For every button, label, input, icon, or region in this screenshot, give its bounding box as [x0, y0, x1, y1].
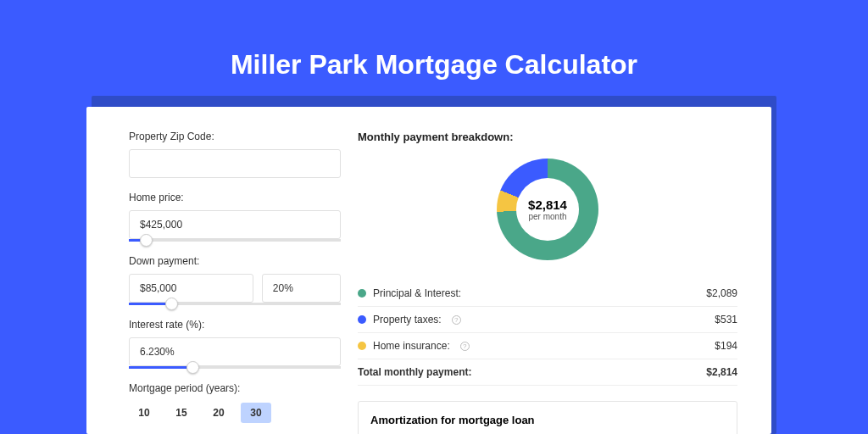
- breakdown-column: Monthly payment breakdown: $2,814 per mo…: [341, 131, 737, 434]
- down-payment-field: Down payment:: [129, 255, 341, 305]
- interest-rate-label: Interest rate (%):: [129, 319, 341, 331]
- donut-center-sub: per month: [528, 212, 566, 221]
- legend-label: Home insurance:: [373, 340, 450, 352]
- total-label: Total monthly payment:: [358, 366, 471, 378]
- home-price-slider[interactable]: [129, 239, 341, 242]
- legend-row: Principal & Interest:$2,089: [358, 281, 737, 307]
- period-button-15[interactable]: 15: [166, 403, 197, 423]
- down-payment-percent-input[interactable]: [262, 274, 341, 303]
- legend-label: Principal & Interest:: [373, 287, 461, 299]
- down-payment-amount-input[interactable]: [129, 274, 253, 303]
- period-button-20[interactable]: 20: [203, 403, 234, 423]
- interest-rate-input[interactable]: [129, 337, 341, 366]
- period-button-30[interactable]: 30: [241, 403, 271, 423]
- down-payment-slider[interactable]: [129, 303, 341, 305]
- page-title: Miller Park Mortgage Calculator: [0, 49, 868, 81]
- total-value: $2,814: [706, 366, 737, 378]
- legend-label: Property taxes:: [373, 314, 442, 326]
- legend-value: $531: [715, 314, 737, 326]
- home-price-field: Home price:: [129, 192, 341, 242]
- zip-field: Property Zip Code:: [129, 131, 341, 178]
- legend-row: Property taxes:?$531: [358, 307, 737, 333]
- zip-input[interactable]: [129, 149, 341, 178]
- amortization-card: Amortization for mortgage loan Amortizat…: [358, 401, 737, 434]
- donut-center-value: $2,814: [528, 198, 567, 212]
- mortgage-period-field: Mortgage period (years): 10152030: [129, 382, 341, 423]
- legend-dot: [358, 315, 366, 324]
- calculator-panel: Property Zip Code: Home price: Down paym…: [86, 107, 771, 434]
- period-button-10[interactable]: 10: [129, 403, 159, 423]
- slider-thumb[interactable]: [140, 234, 153, 247]
- info-icon[interactable]: ?: [460, 342, 470, 351]
- interest-rate-slider[interactable]: [129, 366, 341, 369]
- legend-value: $194: [715, 340, 737, 352]
- amortization-title: Amortization for mortgage loan: [370, 414, 725, 426]
- breakdown-title: Monthly payment breakdown:: [358, 131, 737, 143]
- slider-thumb[interactable]: [165, 298, 178, 310]
- form-column: Property Zip Code: Home price: Down paym…: [129, 131, 341, 434]
- down-payment-label: Down payment:: [129, 255, 341, 267]
- home-price-input[interactable]: [129, 210, 341, 239]
- legend-row: Home insurance:?$194: [358, 333, 737, 359]
- legend-value: $2,089: [706, 287, 737, 299]
- home-price-label: Home price:: [129, 192, 341, 203]
- interest-rate-field: Interest rate (%):: [129, 319, 341, 369]
- donut-chart: $2,814 per month: [358, 159, 737, 260]
- zip-label: Property Zip Code:: [129, 131, 341, 142]
- mortgage-period-label: Mortgage period (years):: [129, 382, 341, 394]
- total-row: Total monthly payment: $2,814: [358, 359, 737, 386]
- legend-dot: [358, 289, 366, 298]
- legend-dot: [358, 342, 366, 350]
- info-icon[interactable]: ?: [452, 315, 461, 325]
- slider-thumb[interactable]: [186, 361, 199, 374]
